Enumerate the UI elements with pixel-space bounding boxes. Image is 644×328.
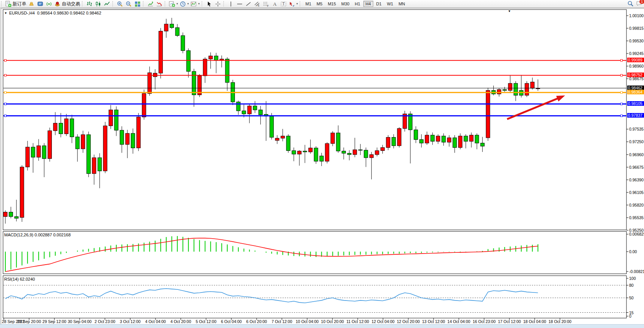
trendline-button[interactable] bbox=[244, 0, 253, 7]
candle-body bbox=[142, 94, 146, 117]
timeframe-button-m5[interactable]: M5 bbox=[314, 1, 324, 7]
collapse-triangle-icon[interactable]: ▼ bbox=[4, 11, 7, 15]
toolbar-group-grip bbox=[1, 1, 3, 6]
arrows-icon bbox=[289, 1, 295, 7]
resistance-line-1-handle[interactable] bbox=[621, 60, 623, 61]
candle-body bbox=[42, 146, 46, 159]
toolbar: 新订单自动交易▾▾▾EFAT▾M1M5M15M30H1H4D1W1MN1 bbox=[0, 0, 644, 8]
horizontal-line-button[interactable] bbox=[235, 0, 244, 7]
chat-icon[interactable]: 1 bbox=[636, 0, 642, 7]
timeframe-button-h1[interactable]: H1 bbox=[352, 1, 362, 7]
equidistant-channel-icon: E bbox=[254, 1, 260, 7]
new-chart-button[interactable]: ▾ bbox=[168, 0, 179, 7]
price-line-badge: 0.99089 bbox=[627, 58, 644, 62]
candle-body bbox=[497, 90, 501, 94]
candlestick-button[interactable] bbox=[94, 0, 103, 7]
support-line-2-handle[interactable] bbox=[621, 115, 623, 117]
gold-button[interactable] bbox=[27, 0, 36, 7]
price-tick-label: 0.99245 bbox=[629, 51, 644, 56]
pivot-line-handle[interactable] bbox=[621, 92, 623, 94]
line-chart-button[interactable] bbox=[103, 0, 111, 7]
candle-body bbox=[442, 136, 445, 142]
candle-body bbox=[375, 150, 379, 154]
resistance-line-2-handle[interactable] bbox=[5, 74, 6, 76]
candle-body bbox=[114, 110, 118, 130]
label-button[interactable]: T bbox=[279, 0, 288, 7]
date-label: 16 Oct 23:00 bbox=[473, 319, 496, 324]
text-button[interactable]: A bbox=[270, 0, 279, 7]
fibonacci-button[interactable]: F bbox=[262, 0, 270, 7]
equidistant-channel-button[interactable]: E bbox=[253, 0, 262, 7]
price-tick-label: 0.95535 bbox=[629, 215, 644, 220]
period-button[interactable]: ▾ bbox=[179, 0, 190, 7]
crosshair-button[interactable] bbox=[214, 0, 222, 7]
timeframe-button-w1[interactable]: W1 bbox=[385, 1, 396, 7]
arrows-button[interactable]: ▾ bbox=[288, 0, 299, 7]
bar-chart-button[interactable] bbox=[85, 0, 94, 7]
template-button[interactable]: ▾ bbox=[190, 0, 201, 7]
timeframe-button-h4[interactable]: H4 bbox=[363, 1, 373, 7]
candle-body bbox=[92, 158, 96, 174]
resistance-line-2-handle[interactable] bbox=[621, 74, 623, 76]
line-chart-icon bbox=[104, 1, 110, 7]
rsi-axis-label: 100 bbox=[629, 276, 636, 281]
search-icon[interactable] bbox=[627, 0, 634, 7]
price-tick-label: 0.95820 bbox=[629, 203, 644, 207]
support-line-2-handle[interactable] bbox=[5, 115, 6, 117]
tile-windows-button[interactable] bbox=[133, 0, 142, 7]
candle-body bbox=[75, 137, 79, 149]
period-button-dropdown-caret[interactable]: ▾ bbox=[188, 2, 189, 5]
chart-shift-icon[interactable]: ▼ bbox=[508, 10, 511, 13]
timeframe-button-m1[interactable]: M1 bbox=[303, 1, 313, 7]
new-order-icon bbox=[5, 1, 11, 7]
timeframe-button-m30[interactable]: M30 bbox=[339, 1, 352, 7]
candle-body bbox=[59, 123, 63, 134]
candle-body bbox=[369, 155, 373, 158]
timeframe-button-d1[interactable]: D1 bbox=[374, 1, 384, 7]
vertical-line-icon bbox=[228, 1, 234, 7]
timeframe-button-m15[interactable]: M15 bbox=[326, 1, 338, 7]
cursor-button[interactable] bbox=[205, 0, 214, 7]
horizontal-scrollbar[interactable] bbox=[0, 324, 644, 328]
chart-title: ▼EURUSD-,H4 0.98564 0.98630 0.98462 0.98… bbox=[4, 11, 101, 15]
text-icon: A bbox=[271, 1, 278, 7]
candle-body bbox=[253, 106, 257, 110]
toolbar-group-grip bbox=[143, 1, 145, 6]
toolbar-right-icons: 1 bbox=[627, 0, 642, 7]
resistance-line-1-handle[interactable] bbox=[5, 60, 6, 61]
support-line-1-handle[interactable] bbox=[5, 103, 6, 105]
candle-body bbox=[125, 133, 129, 144]
profit-down-button[interactable] bbox=[155, 0, 164, 7]
candle-body bbox=[397, 128, 401, 145]
profit-down-icon bbox=[156, 1, 162, 7]
price-line-badge: 0.98105 bbox=[627, 101, 644, 106]
auto-trading-button-label: 自动交易 bbox=[62, 1, 80, 7]
zoom-in-button[interactable] bbox=[116, 0, 124, 7]
price-tick-label: 1.00100 bbox=[629, 13, 644, 18]
quote-values: 0.98564 0.98630 0.98462 0.98462 bbox=[37, 11, 101, 15]
candle-body bbox=[347, 153, 351, 154]
date-label: 4 Oct 04:00 bbox=[145, 319, 166, 324]
candle-body bbox=[214, 56, 218, 60]
price-tick-label: 0.96105 bbox=[629, 190, 644, 195]
zoom-out-button[interactable] bbox=[124, 0, 133, 7]
arrows-button-dropdown-caret[interactable]: ▾ bbox=[297, 2, 298, 5]
vertical-line-button[interactable] bbox=[226, 0, 235, 7]
support-line-1-handle[interactable] bbox=[621, 103, 623, 105]
pivot-line-handle[interactable] bbox=[5, 92, 6, 94]
signal-button[interactable] bbox=[45, 0, 53, 7]
new-order-button[interactable]: 新订单 bbox=[4, 0, 27, 7]
terminal-button[interactable] bbox=[36, 0, 45, 7]
date-label: 28 Sep 20:00 bbox=[17, 319, 41, 324]
profit-up-button[interactable] bbox=[146, 0, 155, 7]
auto-trading-button[interactable]: 自动交易 bbox=[53, 0, 81, 7]
date-label: 11 Oct 12:00 bbox=[347, 319, 369, 324]
cursor-icon bbox=[206, 1, 212, 7]
new-chart-button-dropdown-caret[interactable]: ▾ bbox=[177, 2, 178, 5]
label-icon: T bbox=[280, 1, 287, 7]
timeframe-button-mn[interactable]: MN bbox=[396, 1, 407, 7]
toolbar-group-grip bbox=[82, 1, 84, 6]
candle-body bbox=[486, 90, 490, 138]
template-button-dropdown-caret[interactable]: ▾ bbox=[198, 2, 200, 5]
gold-icon bbox=[28, 1, 35, 7]
